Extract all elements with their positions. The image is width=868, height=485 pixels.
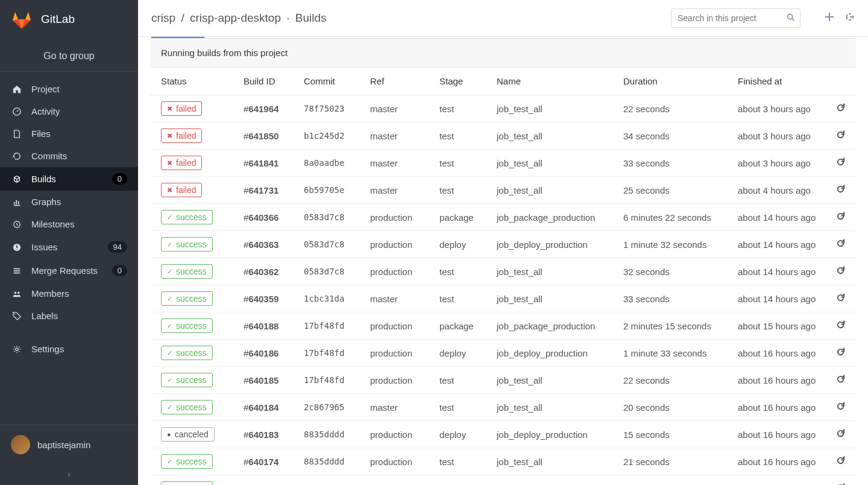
build-id[interactable]: #640363 (237, 231, 298, 258)
status-badge[interactable]: ✓success (161, 291, 213, 306)
retry-button[interactable] (826, 122, 856, 150)
ref[interactable]: production (364, 448, 433, 475)
status-badge[interactable]: ✓success (161, 454, 213, 469)
sidebar-item-milestones[interactable]: Milestones (0, 213, 138, 235)
status-badge[interactable]: ✓success (161, 319, 213, 333)
build-id[interactable]: #641841 (237, 150, 298, 177)
status-badge[interactable]: ●canceled (161, 427, 215, 442)
sidebar-item-members[interactable]: Members (0, 282, 138, 305)
commit-sha[interactable]: 0583d7c8 (298, 204, 364, 231)
status-badge[interactable]: ✓success (161, 264, 213, 279)
ref[interactable]: master (364, 475, 433, 486)
sidebar-item-issues[interactable]: Issues94 (0, 235, 138, 259)
commit-sha[interactable]: 0583d7c8 (298, 258, 364, 285)
retry-button[interactable] (826, 95, 856, 122)
commit-sha[interactable]: 0583d7c8 (298, 231, 364, 258)
build-id[interactable]: #641850 (237, 122, 298, 150)
status-badge[interactable]: ✓success (161, 373, 213, 387)
ref[interactable]: production (364, 204, 433, 231)
build-id[interactable]: #640174 (237, 448, 298, 475)
status-badge[interactable]: ✖failed (161, 183, 202, 197)
build-id[interactable]: #640183 (237, 421, 298, 448)
sidebar-item-builds[interactable]: Builds0 (0, 167, 138, 191)
build-id[interactable]: #641731 (237, 177, 298, 204)
retry-button[interactable] (826, 475, 856, 486)
ref[interactable]: master (364, 95, 433, 122)
sidebar-item-files[interactable]: Files (0, 122, 138, 145)
collapse-sidebar-button[interactable]: ‹ (0, 464, 138, 485)
commit-sha[interactable]: 1868d84b (298, 475, 364, 486)
ref[interactable]: production (364, 231, 433, 258)
retry-button[interactable] (826, 312, 856, 340)
table-row: ✓success#64018517bf48fdproductiontestjob… (150, 367, 856, 394)
retry-button[interactable] (826, 285, 856, 312)
sidebar-item-project[interactable]: Project (0, 78, 138, 100)
retry-button[interactable] (826, 258, 856, 285)
retry-button[interactable] (826, 204, 856, 231)
build-id[interactable]: #640359 (237, 285, 298, 312)
status-badge[interactable]: ✖failed (161, 101, 202, 116)
commit-sha[interactable]: 17bf48fd (298, 312, 364, 340)
retry-button[interactable] (826, 177, 856, 204)
search-icon[interactable] (787, 13, 794, 23)
status-badge[interactable]: ✓success (161, 210, 213, 224)
commit-sha[interactable]: 8835dddd (298, 448, 364, 475)
ref[interactable]: production (364, 312, 433, 340)
ref[interactable]: master (364, 285, 433, 312)
retry-button[interactable] (826, 150, 856, 177)
build-id[interactable]: #640366 (237, 204, 298, 231)
sidebar-item-activity[interactable]: Activity (0, 100, 138, 122)
issue-icon (11, 243, 23, 252)
retry-button[interactable] (826, 340, 856, 367)
go-to-group-link[interactable]: Go to group (0, 41, 138, 72)
status-badge[interactable]: ✓success (161, 237, 213, 252)
commit-sha[interactable]: 17bf48fd (298, 340, 364, 367)
sidebar-item-merge-requests[interactable]: Merge Requests0 (0, 259, 138, 282)
sidebar-item-graphs[interactable]: Graphs (0, 191, 138, 213)
commit-sha[interactable]: 78f75023 (298, 95, 364, 122)
ref[interactable]: master (364, 122, 433, 150)
status-badge[interactable]: ✓success (161, 346, 213, 360)
commit-sha[interactable]: 8a0aadbe (298, 150, 364, 177)
plus-icon[interactable] (825, 12, 834, 25)
ref[interactable]: master (364, 177, 433, 204)
build-id[interactable]: #640362 (237, 258, 298, 285)
commit-sha[interactable]: 17bf48fd (298, 367, 364, 394)
status-badge[interactable]: ✖failed (161, 156, 202, 170)
commit-sha[interactable]: b1c245d2 (298, 122, 364, 150)
build-id[interactable]: #640186 (237, 340, 298, 367)
current-user[interactable]: baptistejamin (0, 425, 138, 464)
commit-sha[interactable]: 1cbc31da (298, 285, 364, 312)
sidebar-item-labels[interactable]: Labels (0, 305, 138, 327)
signout-icon[interactable] (845, 12, 855, 25)
ref[interactable]: production (364, 421, 433, 448)
build-id[interactable]: #640185 (237, 367, 298, 394)
retry-button[interactable] (826, 421, 856, 448)
build-id[interactable]: #640166 (237, 475, 298, 486)
build-id[interactable]: #641964 (237, 95, 298, 122)
commit-sha[interactable]: 6b59705e (298, 177, 364, 204)
duration: 34 seconds (617, 122, 732, 150)
search-input[interactable] (671, 8, 800, 28)
retry-button[interactable] (826, 231, 856, 258)
retry-button[interactable] (826, 367, 856, 394)
ref[interactable]: production (364, 258, 433, 285)
status-badge[interactable]: ✓success (161, 481, 213, 485)
ref[interactable]: production (364, 367, 433, 394)
status-badge[interactable]: ✖failed (161, 128, 202, 143)
commit-sha[interactable]: 8835dddd (298, 421, 364, 448)
ref[interactable]: master (364, 394, 433, 421)
build-id[interactable]: #640188 (237, 312, 298, 340)
commit-sha[interactable]: 2c867965 (298, 394, 364, 421)
build-id[interactable]: #640184 (237, 394, 298, 421)
breadcrumb-project[interactable]: crisp-app-desktop (190, 11, 281, 24)
brand-logo[interactable]: GitLab (0, 0, 138, 41)
sidebar-item-commits[interactable]: Commits (0, 145, 138, 167)
status-badge[interactable]: ✓success (161, 400, 213, 414)
ref[interactable]: master (364, 150, 433, 177)
retry-button[interactable] (826, 448, 856, 475)
ref[interactable]: production (364, 340, 433, 367)
breadcrumb-group[interactable]: crisp (151, 11, 175, 24)
retry-button[interactable] (826, 394, 856, 421)
sidebar-item-settings[interactable]: Settings (0, 338, 138, 360)
